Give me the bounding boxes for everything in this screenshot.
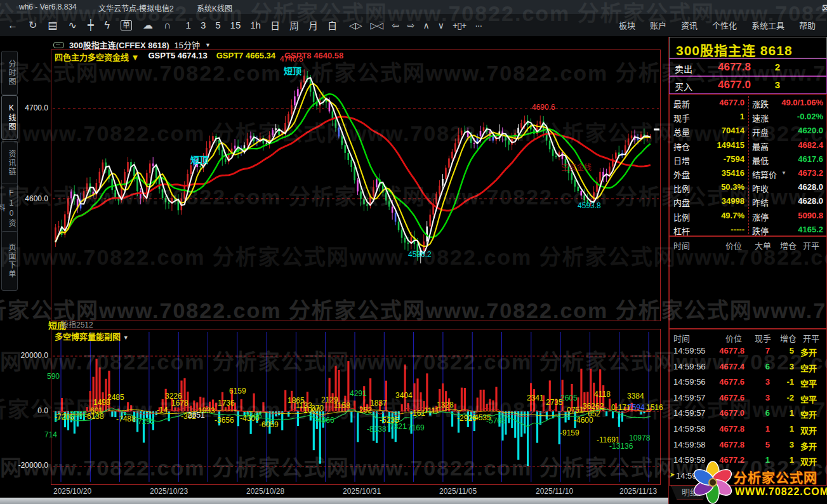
col-header: 价位 [725,239,742,251]
quote-panel: 300股指主连 8618 卖出 4677.8 2 买入 4677.0 3 最新4… [668,37,827,504]
col-header: 时间 [673,332,690,344]
bid-row[interactable]: 买入 4677.0 3 [669,76,827,94]
period-1h[interactable]: 1h [250,20,261,30]
line-chart-icon[interactable]: ∿ [69,20,77,30]
sub-chart-plot[interactable] [51,329,661,485]
sidebar-tab-K线图[interactable]: K线图 [1,95,18,140]
wh6-terminal-window: { "window": { "app_title": "wh6 - Ver6.8… [0,0,827,504]
candlestick-icon[interactable]: ┿ [88,20,94,30]
quote-list-icon[interactable]: ▤ [48,20,57,30]
sidebar-tab-资讯链[interactable]: 资讯链 [1,141,18,185]
col-header: 开平 [803,332,819,344]
alert-bell-icon[interactable]: ∩ [164,20,171,30]
link-icon[interactable] [53,42,64,48]
info-row: 持仓149415最高4682.4 [670,138,826,152]
col-header: 现手 [755,332,771,344]
y-tick: 4700.0 [18,103,48,112]
toolbar-icons: ←↻▤∿┿ϟ单☁∩ [8,20,182,30]
y-tick: 0.0 [14,406,48,415]
chevron-down-icon[interactable]: ▼ [205,42,211,48]
period-3[interactable]: 3 [201,20,206,30]
period-日[interactable]: 日 [270,18,280,32]
page-title: 系统K线图 [197,3,232,13]
y-tick: 4600.0 [18,194,48,203]
site-logo-text: 分析家公式网 [734,467,817,486]
menu-个性化[interactable]: 个性化 [712,19,737,31]
col-header: 大单 [755,239,771,251]
period-周[interactable]: 周 [289,18,299,32]
tick-row[interactable]: 14:59:564677.463空开 [670,362,826,378]
x-date: 2025/10/23 [150,487,188,496]
sub-indicator-name[interactable]: 多空博弈量能副图 ▼ [55,330,129,342]
period-5[interactable]: 5 [215,20,220,30]
tick-row[interactable]: 14:59:584677.811双开 [670,424,826,440]
zoom-out-icon[interactable]: ◁▷ [349,20,362,30]
x-date: 2025/11/10 [536,487,573,496]
close-button[interactable]: ✕ [822,4,827,13]
main-chart-plot[interactable] [51,50,661,321]
info-row: 内盘34998昨结4628.0 [670,194,826,208]
sidebar-tab-分时图[interactable]: 分时图 [1,51,18,95]
col-header: 开平 [803,239,819,251]
info-row: 最新4677.0涨跌49.0/1.06% [670,96,826,110]
x-date: 2025/10/31 [343,487,381,496]
ask-row[interactable]: 卖出 4677.8 2 [669,58,827,76]
col-header: 增仓 [780,332,797,344]
main-toolbar: ←↻▤∿┿ϟ单☁∩ 135151h日周月自 ◁▷▷◁⇦⇨∧∨+▯+··· 板块账… [0,14,827,37]
x-date: 2025/11/13 [619,487,657,496]
pan-right-icon[interactable]: ⇨ [407,20,414,30]
nav-buttons: ◁▷▷◁⇦⇨∧∨+▯+··· [349,20,491,30]
ask-price: 4677.8 [695,61,751,74]
sidebar-tab-页面下单[interactable]: 页面下单 [1,231,18,291]
period-15[interactable]: 15 [230,20,241,30]
quote-info-grid: 最新4677.0涨跌49.0/1.06%现手1速涨-0.02%总量70414开盘… [669,94,827,236]
y-tick: 20000.0 [14,351,48,360]
legend-item: GSPT7 4665.34 [216,51,275,63]
tick-row[interactable]: 14:59:564677.63-1空平 [670,377,826,393]
bid-volume: 3 [765,79,790,90]
menu-板块[interactable]: 板块 [619,19,635,31]
app-version: wh6 - Ver6.8.834 [19,3,77,11]
ask-label: 卖出 [675,62,692,75]
session-title: 文华云节点-模拟电信2 [98,3,174,13]
info-row: 杠杆-----跌停4165.2 [670,223,826,237]
period-buttons: 135151h日周月自 [186,18,347,32]
zoom-in-icon[interactable]: ▷◁ [371,20,383,30]
indicator-legend: 四色主力多空资金线 ▼GSPT5 4674.13GSPT7 4665.34GSP… [55,51,343,63]
period-1[interactable]: 1 [186,20,191,30]
refresh-icon[interactable]: ↻ [29,20,37,30]
menu-资讯[interactable]: 资讯 [681,19,698,31]
add-pane-icon[interactable]: +▯+ [453,20,466,30]
menu-系统工具[interactable]: 系统工具 [751,19,784,31]
legend-item[interactable]: 四色主力多空资金线 ▼ [55,51,139,63]
menu-帮助[interactable]: 帮助 [799,19,816,31]
info-row: 现手1速涨-0.02% [670,110,826,124]
period-月[interactable]: 月 [308,18,318,32]
big-order-table: 时间价位大单增仓开平 [669,236,827,329]
legend-item: GSPT5 4674.13 [148,51,207,63]
scroll-up-icon[interactable]: ∧ [423,20,429,30]
order-ticket-icon[interactable]: 单 [121,20,132,30]
chevron-down-icon[interactable]: ▼ [123,335,129,341]
y-tick: -20000.0 [14,461,48,470]
more-icon[interactable]: ··· [475,20,482,30]
pan-left-icon[interactable]: ⇦ [392,20,399,30]
menu-账户[interactable]: 账户 [650,19,666,31]
contract-title: 300股指主连 8618 [669,37,827,58]
scroll-down-icon[interactable]: ∨ [438,20,444,30]
back-icon[interactable]: ← [8,20,18,30]
bid-label: 买入 [675,80,692,93]
tick-row[interactable]: 14:59:554677.875多开 [670,346,826,362]
chart-scrollbar[interactable] [0,498,675,504]
indicator-lightning-icon[interactable]: ϟ [105,20,110,30]
site-logo-url: WWW.70822.COM [735,486,827,498]
tick-row[interactable]: 14:59:584677.853多开 [670,440,826,456]
titlebar: wh6 - Ver6.8.834 文华云节点-模拟电信2 系统K线图 —❐✕ [0,0,827,14]
tick-row[interactable]: 14:59:574677.061空开 [670,408,826,424]
tick-row[interactable]: 14:59:574677.63-2空平 [670,393,826,409]
x-date: 2025/11/05 [439,487,477,496]
cloud-sync-icon[interactable]: ☁ [143,20,153,30]
site-logo-flower-icon [691,461,735,504]
period-自[interactable]: 自 [327,18,337,32]
sidebar-tab-F10资料[interactable]: F10资料 [1,183,18,234]
